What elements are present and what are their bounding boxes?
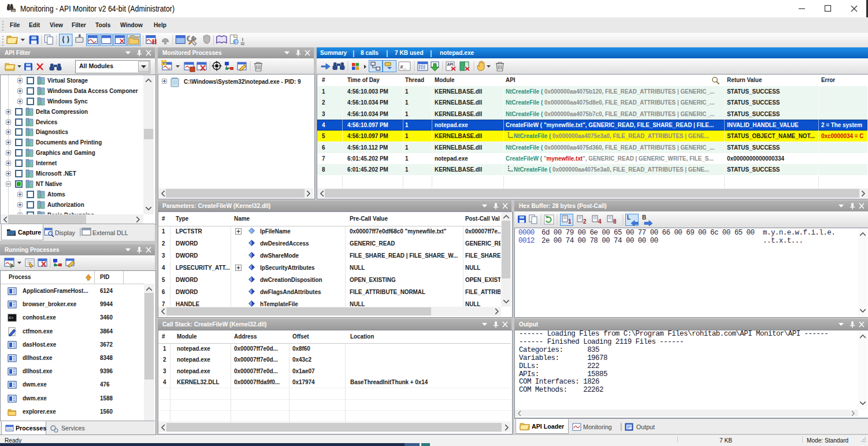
svg-text:8: 8: [613, 218, 617, 225]
svg-text:B: B: [642, 214, 646, 221]
svg-text:L: L: [627, 214, 630, 221]
svg-text:?: ?: [235, 39, 238, 45]
svg-text:C:\: C:\: [9, 316, 14, 319]
svg-text:4: 4: [598, 218, 602, 225]
svg-text:1: 1: [568, 218, 572, 225]
svg-text:dll: dll: [12, 9, 16, 13]
svg-text:API: API: [447, 62, 454, 66]
svg-text:2: 2: [583, 218, 587, 225]
svg-text:#_: #_: [400, 64, 407, 70]
